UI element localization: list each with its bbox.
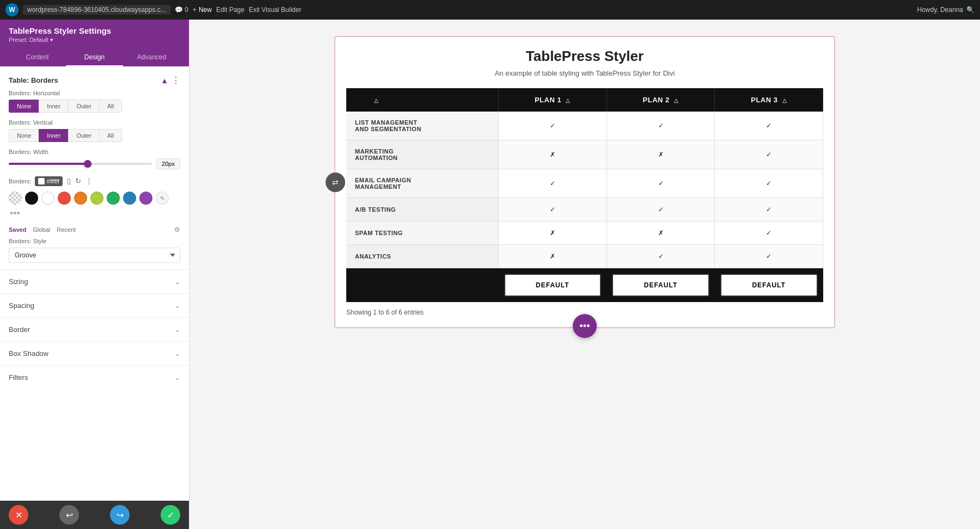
redo-button[interactable]: ↪ (110, 505, 130, 525)
sizing-label: Sizing (9, 278, 28, 286)
reset-color-button[interactable]: ↻ (74, 176, 82, 186)
feature-cell: EMAIL CAMPAIGNMANAGEMENT (346, 169, 499, 198)
plan1-cell: ✗ (499, 222, 607, 245)
plan1-cell: ✓ (499, 198, 607, 222)
color-swatch-pill[interactable]: #ffffff (35, 176, 63, 186)
data-table: sort △ PLAN 1 △ PLAN 2 △ PLAN 3 (346, 88, 823, 302)
sizing-chevron-icon: ⌄ (175, 278, 180, 286)
more-swatches-button[interactable]: ••• (10, 208, 20, 219)
btn-outer-vertical[interactable]: Outer (68, 129, 99, 142)
swatch-green[interactable] (107, 192, 120, 205)
wp-logo-icon[interactable]: W (5, 3, 19, 16)
col-header-plan3: PLAN 3 △ (715, 88, 823, 112)
more-options-button[interactable]: ⋮ (171, 75, 180, 85)
collapse-button[interactable]: ▲ (161, 76, 168, 85)
arrow-handle[interactable]: ⇄ (326, 173, 345, 192)
width-slider-track[interactable] (9, 163, 152, 165)
float-action-button[interactable]: ••• (573, 314, 597, 338)
table-row: ANALYTICS ✗ ✓ ✓ (346, 245, 823, 268)
btn-none-vertical[interactable]: None (9, 129, 39, 142)
swatch-red[interactable] (58, 192, 71, 205)
plan2-cell: ✓ (607, 245, 715, 268)
spacing-section[interactable]: Spacing ⌄ (0, 293, 189, 317)
table-row: LIST MANAGEMENTAND SEGMENTATION ✓ ✓ ✓ (346, 112, 823, 140)
tab-advanced[interactable]: Advanced (123, 49, 180, 66)
col-header-plan1: PLAN 1 △ (499, 88, 607, 112)
sizing-section[interactable]: Sizing ⌄ (0, 269, 189, 293)
borders-style-label: Borders: Style (9, 238, 180, 244)
default-button-plan1[interactable]: DEFAULT (504, 274, 602, 297)
table-header-row: sort △ PLAN 1 △ PLAN 2 △ PLAN 3 (346, 88, 823, 112)
box-shadow-section[interactable]: Box Shadow ⌄ (0, 341, 189, 365)
default-button-plan3[interactable]: DEFAULT (720, 274, 818, 297)
table-card: ⇄ TablePress Styler An example of table … (334, 36, 835, 328)
btn-inner-vertical[interactable]: Inner (39, 129, 68, 142)
table-row: EMAIL CAMPAIGNMANAGEMENT ✓ ✓ ✓ (346, 169, 823, 198)
tab-content[interactable]: Content (9, 49, 66, 66)
top-bar: W wordpress-784896-3610405.cloudwaysapps… (0, 0, 980, 20)
borders-section: Borders: Horizontal None Inner Outer All… (0, 90, 189, 269)
table-footer-row: DEFAULT DEFAULT DEFAULT (346, 268, 823, 303)
swatch-yellow-green[interactable] (90, 192, 103, 205)
col-header-feature: sort △ (346, 88, 499, 112)
width-slider-thumb[interactable] (84, 160, 91, 168)
swatch-black[interactable] (25, 192, 38, 205)
table-row: MARKETINGAUTOMATION ✗ ✗ ✓ (346, 140, 823, 169)
exit-visual-builder-link[interactable]: Exit Visual Builder (249, 6, 302, 14)
swatch-orange[interactable] (74, 192, 87, 205)
plan1-cell: ✓ (499, 112, 607, 140)
panel-preset[interactable]: Preset: Default ▾ (9, 36, 180, 44)
default-button-plan2[interactable]: DEFAULT (612, 274, 709, 297)
filters-label: Filters (9, 373, 28, 382)
table-row: A/B TESTING ✓ ✓ ✓ (346, 198, 823, 222)
filters-section[interactable]: Filters ⌄ (0, 365, 189, 389)
comment-count: 💬 0 (175, 6, 188, 14)
top-bar-right: Howdy, Deanna 🔍 (917, 6, 975, 14)
border-section[interactable]: Border ⌄ (0, 317, 189, 341)
new-button[interactable]: + New (193, 6, 212, 14)
borders-style-select[interactable]: Groove None Solid Dashed Dotted Double R… (9, 248, 180, 263)
swatch-purple[interactable] (139, 192, 152, 205)
filters-chevron-icon: ⌄ (175, 374, 180, 382)
copy-color-button[interactable]: ▯ (66, 176, 72, 186)
btn-all-vertical[interactable]: All (99, 129, 122, 142)
col-sort-icon-2[interactable]: △ (674, 97, 679, 103)
more-color-button[interactable]: ⋮ (84, 176, 94, 186)
col-sort-icon-0[interactable]: △ (374, 97, 379, 103)
tab-saved[interactable]: Saved (9, 226, 26, 233)
btn-all-horizontal[interactable]: All (99, 100, 122, 113)
tab-design[interactable]: Design (66, 49, 123, 66)
undo-button[interactable]: ↩ (59, 505, 79, 525)
save-button[interactable]: ✓ (161, 505, 180, 525)
edit-page-link[interactable]: Edit Page (216, 6, 244, 14)
feature-cell: ANALYTICS (346, 245, 499, 268)
width-slider-value[interactable]: 20px (156, 158, 180, 169)
borders-color-row: Borders: #ffffff ▯ ↻ ⋮ (9, 176, 180, 186)
swatch-pen[interactable]: ✎ (156, 192, 169, 205)
swatch-white[interactable] (41, 192, 54, 205)
color-settings-icon[interactable]: ⚙ (174, 226, 180, 233)
tab-global[interactable]: Global (33, 226, 50, 233)
swatch-blue[interactable] (123, 192, 136, 205)
col-sort-icon-1[interactable]: △ (566, 97, 571, 103)
plan3-cell: ✓ (715, 140, 823, 169)
col-sort-icon-3[interactable]: △ (782, 97, 787, 103)
borders-vertical-group: None Inner Outer All (9, 129, 180, 142)
search-icon[interactable]: 🔍 (966, 6, 975, 14)
btn-none-horizontal[interactable]: None (9, 100, 39, 113)
border-chevron-icon: ⌄ (175, 326, 180, 334)
close-button[interactable]: ✕ (9, 505, 28, 525)
box-shadow-label: Box Shadow (9, 349, 48, 358)
section-controls: ▲ ⋮ (161, 75, 180, 85)
color-actions: ▯ ↻ ⋮ (66, 176, 94, 186)
footer-cell-plan2: DEFAULT (607, 268, 715, 303)
panel-title: TablePress Styler Settings (9, 26, 180, 35)
color-hex-value: #ffffff (47, 178, 59, 184)
btn-inner-horizontal[interactable]: Inner (39, 100, 68, 113)
btn-outer-horizontal[interactable]: Outer (68, 100, 99, 113)
swatch-transparent[interactable] (9, 192, 22, 205)
plan3-cell: ✓ (715, 198, 823, 222)
borders-width-slider-row: 20px (9, 158, 180, 169)
tab-recent[interactable]: Recent (57, 226, 76, 233)
panel-header: TablePress Styler Settings Preset: Defau… (0, 20, 189, 66)
